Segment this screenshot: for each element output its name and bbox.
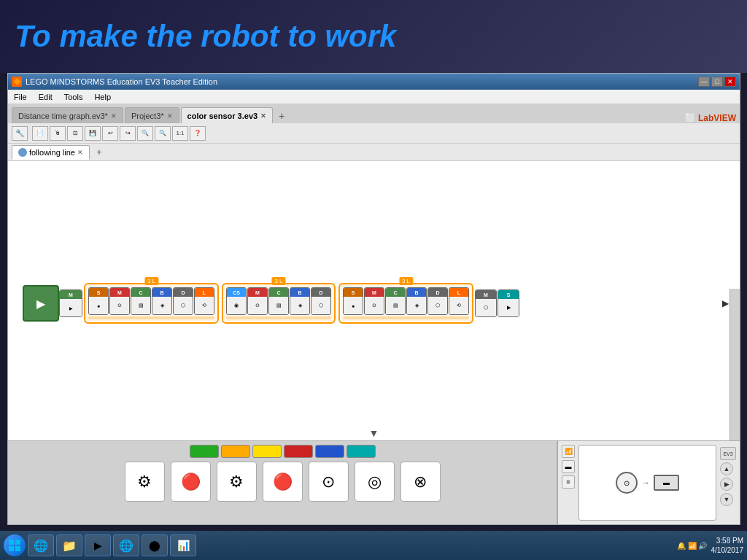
menu-help[interactable]: Help — [92, 93, 113, 101]
toolbar-btn-help[interactable]: ❓ — [190, 126, 206, 141]
palette-item-4[interactable]: 🔴 — [263, 462, 303, 502]
block-l2-3[interactable]: C ▤ — [268, 287, 289, 315]
block-l2-1[interactable]: CS ◉ — [226, 287, 247, 315]
taskbar-explorer[interactable]: 📁 — [56, 534, 82, 556]
toolbar-btn-zoom1[interactable]: 🔍 — [137, 126, 153, 141]
palette-item-6[interactable]: ◎ — [355, 462, 395, 502]
taskbar-chrome[interactable]: 🌐 — [113, 534, 139, 556]
taskbar-lego[interactable]: ⬤ — [142, 534, 168, 556]
minimize-button[interactable]: — — [698, 77, 710, 87]
block-l3-6[interactable]: L ⟲ — [449, 287, 469, 315]
app-icon: 🔶 — [12, 77, 22, 87]
block-l3-1[interactable]: S ● — [343, 287, 363, 315]
right-icon-2[interactable]: ▬ — [562, 460, 575, 473]
page-title: To make the robot to work — [15, 19, 396, 54]
palette-teal[interactable] — [347, 445, 376, 458]
block-l3-4[interactable]: B ◈ — [406, 287, 427, 315]
palette-icon-box-7: ⊗ — [400, 462, 441, 502]
toolbar-btn-5[interactable]: ↩ — [102, 126, 118, 141]
subtab-add[interactable]: + — [92, 145, 107, 160]
toolbar-btn-6[interactable]: ↪ — [120, 126, 136, 141]
palette-icon-box-2: 🔴 — [171, 462, 211, 502]
clock-date: 4/10/2017 — [711, 545, 744, 555]
taskbar-ie[interactable]: 🌐 — [28, 534, 54, 556]
initial-blocks: M ▶ — [59, 289, 82, 317]
end-block-2[interactable]: S ▶ — [498, 289, 519, 317]
palette-item-5[interactable]: ⊙ — [309, 462, 349, 502]
scroll-down-indicator[interactable]: ▼ — [369, 427, 379, 439]
block-l1-4[interactable]: B ◈ — [152, 287, 172, 315]
subtab-label: following line — [29, 148, 75, 157]
right-icon-3[interactable]: ≡ — [562, 475, 575, 489]
menu-bar: File Edit Tools Help — [8, 90, 740, 104]
block-l1-2[interactable]: M ⊙ — [109, 287, 130, 315]
canvas-scrollbar[interactable] — [729, 289, 740, 440]
palette-icon-box-4: 🔴 — [263, 462, 303, 502]
right-icons-col: 📶 ▬ ≡ — [562, 445, 575, 521]
tab-close-project3[interactable]: ✕ — [167, 112, 173, 120]
tab-color-sensor[interactable]: color sensor 3.ev3 ✕ — [181, 107, 274, 123]
toolbar-btn-4[interactable]: 💾 — [85, 126, 101, 141]
right-icon-1[interactable]: 📶 — [562, 445, 575, 458]
block-l1-1[interactable]: S ● — [88, 287, 109, 315]
start-button[interactable] — [4, 534, 26, 556]
palette-item-2[interactable]: 🔴 — [171, 462, 211, 502]
block-l1-3[interactable]: C ▤ — [131, 287, 151, 315]
palette-item-3[interactable]: ⚙ — [217, 462, 257, 502]
maximize-button[interactable]: □ — [711, 77, 723, 87]
svg-rect-0 — [9, 540, 14, 545]
block-l1-5[interactable]: D ⬡ — [173, 287, 193, 315]
side-btn-down[interactable]: ▼ — [720, 493, 733, 506]
toolbar-btn-zoom3[interactable]: 1:1 — [172, 126, 188, 141]
palette-icon-box-1: ⚙ — [125, 462, 165, 502]
block-l2-4[interactable]: B ◈ — [290, 287, 310, 315]
block-1[interactable]: M ▶ — [59, 289, 82, 317]
tab-close-color-sensor[interactable]: ✕ — [260, 112, 266, 120]
menu-tools[interactable]: Tools — [62, 93, 85, 101]
toolbar-wrench[interactable]: 🔧 — [12, 126, 28, 141]
loop-1-blocks: S ● M ⊙ C ▤ B ◈ — [88, 287, 214, 315]
menu-edit[interactable]: Edit — [36, 93, 55, 101]
block-l1-6[interactable]: L ⟲ — [194, 287, 214, 315]
subtab-close[interactable]: ✕ — [77, 149, 83, 156]
end-block-1[interactable]: M ⬡ — [475, 289, 497, 317]
toolbar-btn-3[interactable]: ⊡ — [67, 126, 83, 141]
side-btn-up[interactable]: ▲ — [720, 462, 733, 475]
toolbar: 🔧 📄 🖱 ⊡ 💾 ↩ ↪ 🔍 🔍 1:1 ❓ — [8, 123, 740, 144]
close-button[interactable]: ✕ — [724, 77, 736, 87]
end-blocks: M ⬡ S ▶ — [475, 289, 519, 317]
scroll-right[interactable]: ▶ — [722, 298, 729, 308]
block-l3-5[interactable]: D ⬡ — [427, 287, 448, 315]
block-l3-3[interactable]: C ▤ — [385, 287, 406, 315]
block-l2-2[interactable]: M ⊙ — [247, 287, 268, 315]
palette-yellow[interactable] — [252, 445, 282, 458]
subtab-following-line[interactable]: following line ✕ — [12, 145, 90, 160]
tab-close-distance[interactable]: ✕ — [111, 112, 117, 120]
toolbar-btn-1[interactable]: 📄 — [32, 126, 48, 141]
toolbar-btn-2[interactable]: 🖱 — [50, 126, 66, 141]
palette-red[interactable] — [284, 445, 313, 458]
window-title-left: 🔶 LEGO MINDSTORMS Education EV3 Teacher … — [12, 77, 217, 87]
diag-motor: ▬ — [654, 475, 679, 491]
loop-label-3: 3 L — [399, 277, 413, 285]
palette-blue[interactable] — [315, 445, 344, 458]
palette-item-1[interactable]: ⚙ — [125, 462, 165, 502]
palette-orange[interactable] — [221, 445, 250, 458]
system-clock: 3:58 PM 4/10/2017 — [711, 536, 744, 555]
taskbar-media[interactable]: ▶ — [85, 534, 111, 556]
tab-add-button[interactable]: + — [274, 109, 289, 123]
menu-file[interactable]: File — [12, 93, 29, 101]
taskbar-excel[interactable]: 📊 — [170, 534, 196, 556]
svg-rect-1 — [15, 540, 20, 545]
tab-distance[interactable]: Distance time graph.ev3* ✕ — [12, 107, 123, 123]
palette-item-7[interactable]: ⊗ — [400, 462, 441, 502]
loop-indicator — [88, 316, 214, 319]
side-btn-right[interactable]: ▶ — [720, 478, 733, 491]
start-block[interactable]: ▶ — [23, 285, 59, 322]
palette-green[interactable] — [190, 445, 219, 458]
block-l3-2[interactable]: M ⊙ — [364, 287, 384, 315]
tab-project3[interactable]: Project3* ✕ — [125, 107, 179, 123]
system-tray: 🔔 📶 🔊 3:58 PM 4/10/2017 — [677, 536, 743, 555]
block-l2-5[interactable]: D ⬡ — [311, 287, 331, 315]
toolbar-btn-zoom2[interactable]: 🔍 — [155, 126, 171, 141]
